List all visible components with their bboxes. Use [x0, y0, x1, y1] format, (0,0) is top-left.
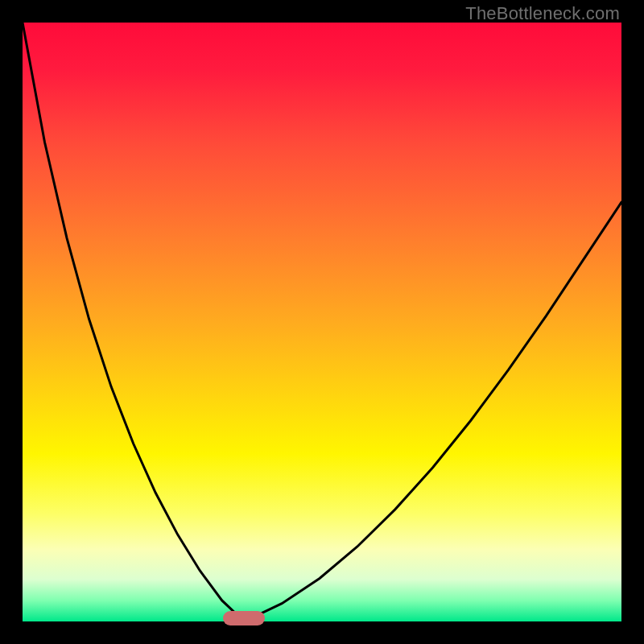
gradient-rect — [23, 23, 621, 621]
minimum-marker — [223, 611, 265, 625]
watermark-text: TheBottleneck.com — [465, 3, 620, 24]
plot-svg — [23, 23, 621, 621]
plot-frame — [23, 23, 621, 621]
